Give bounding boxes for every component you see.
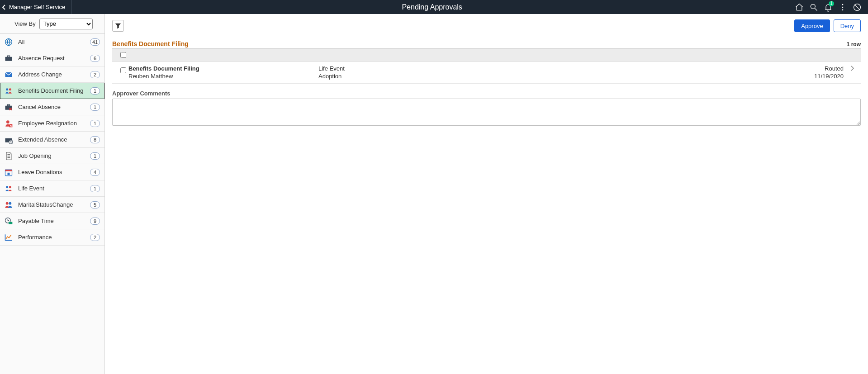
view-by-row: View By Type [0,14,104,34]
row-checkbox[interactable] [120,67,126,73]
svg-point-23 [9,202,11,204]
sidebar-item-all[interactable]: All 41 [0,34,104,50]
row-status: Routed [803,65,844,72]
sidebar-item-count: 1 [90,104,100,111]
svg-point-10 [9,88,11,90]
svg-point-1 [842,4,844,5]
sidebar-item-count: 2 [90,71,100,78]
sidebar-item-count: 1 [90,185,100,192]
toolbar: Approve Deny [112,19,861,32]
sidebar-item-benefits-document-filing[interactable]: Benefits Document Filing 1 [0,83,104,99]
sidebar-item-payable-time[interactable]: Payable Time 9 [0,213,104,229]
sidebar-item-marital-status-change[interactable]: MaritalStatusChange 5 [0,197,104,213]
select-all-checkbox[interactable] [120,52,126,58]
filter-button[interactable] [112,20,124,32]
sidebar-item-performance[interactable]: Performance 2 [0,229,104,246]
sidebar-item-job-opening[interactable]: Job Opening 1 [0,148,104,164]
sidebar-item-label: Leave Donations [18,169,90,175]
svg-point-0 [811,4,815,9]
home-icon[interactable] [792,0,806,14]
row-count: 1 row [847,41,861,47]
sidebar-item-label: All [18,38,90,45]
view-by-label: View By [14,20,36,27]
document-icon [4,151,14,161]
sidebar-item-leave-donations[interactable]: Leave Donations 4 [0,164,104,180]
actions-menu-icon[interactable] [835,0,850,14]
svg-point-3 [842,9,844,10]
notifications-icon[interactable]: 1 [821,0,835,14]
row-primary-cell: Benefits Document Filing Reuben Matthew [128,65,318,80]
row-status-cell: Routed 11/19/2020 [803,65,844,80]
approve-button[interactable]: Approve [794,19,830,32]
back-label: Manager Self Service [9,4,65,10]
section-header: Benefits Document Filing 1 row [112,40,861,49]
svg-rect-19 [8,172,10,175]
row-category: Life Event [318,65,803,72]
sidebar-item-count: 1 [90,152,100,160]
back-button[interactable]: Manager Self Service [0,0,72,14]
table-row[interactable]: Benefits Document Filing Reuben Matthew … [112,62,861,84]
chevron-right-icon [844,65,854,71]
row-title: Benefits Document Filing [128,65,318,72]
sidebar-item-cancel-absence[interactable]: Cancel Absence 1 [0,99,104,115]
sidebar: View By Type All 41 Absence Request 6 [0,14,105,374]
svg-rect-7 [8,56,10,57]
sidebar-item-count: 9 [90,218,100,225]
briefcase-x-icon [4,102,14,112]
people-puzzle-icon [4,86,14,96]
sidebar-item-label: Cancel Absence [18,104,90,110]
view-by-select[interactable]: Type [39,19,93,29]
sidebar-item-label: Life Event [18,185,90,192]
deny-button[interactable]: Deny [834,19,861,32]
svg-rect-6 [5,57,12,61]
sidebar-item-label: Absence Request [18,55,90,62]
person-x-icon [4,118,14,128]
row-date: 11/19/2020 [803,73,844,80]
svg-point-21 [9,186,11,188]
sidebar-item-employee-resignation[interactable]: Employee Resignation 1 [0,115,104,132]
briefcase-icon [4,53,14,63]
sidebar-item-count: 4 [90,169,100,176]
sidebar-item-count: 2 [90,234,100,241]
approver-comments-input[interactable] [112,99,861,126]
search-icon[interactable] [806,0,821,14]
sidebar-item-absence-request[interactable]: Absence Request 6 [0,50,104,66]
chevron-left-icon [2,4,6,10]
table-header-row [112,49,861,62]
nav-icon[interactable] [850,0,864,14]
svg-point-9 [6,88,8,90]
row-category-cell: Life Event Adoption [318,65,803,80]
sidebar-item-extended-absence[interactable]: Extended Absence 8 [0,132,104,148]
sidebar-item-label: Benefits Document Filing [18,87,90,94]
banner-actions: 1 [792,0,868,14]
main-content: Approve Deny Benefits Document Filing 1 … [105,14,868,374]
sidebar-item-count: 1 [90,120,100,127]
globe-icon [4,37,14,47]
page-banner: Manager Self Service Pending Approvals 1 [0,0,868,14]
svg-rect-25 [9,222,12,224]
row-check-cell [119,65,128,75]
svg-point-2 [842,6,844,8]
sidebar-item-label: Address Change [18,71,90,78]
comments-label: Approver Comments [112,90,861,97]
svg-point-22 [6,202,9,204]
notification-badge: 1 [829,1,834,6]
svg-rect-18 [5,170,12,171]
sidebar-item-life-event[interactable]: Life Event 1 [0,180,104,197]
page-title: Pending Approvals [72,0,792,14]
sidebar-item-label: Job Opening [18,152,90,159]
sidebar-item-count: 5 [90,201,100,208]
svg-point-13 [6,120,9,123]
sidebar-item-address-change[interactable]: Address Change 2 [0,66,104,83]
filter-icon [115,23,121,29]
sidebar-item-count: 41 [90,38,100,46]
sidebar-item-label: Employee Resignation [18,120,90,127]
sidebar-item-count: 6 [90,55,100,62]
row-requester: Reuben Matthew [128,73,318,80]
sidebar-item-label: MaritalStatusChange [18,201,90,208]
couple-icon [4,200,14,210]
clock-money-icon [4,216,14,226]
sidebar-nav-list: All 41 Absence Request 6 Address Change … [0,34,104,246]
envelope-icon [4,70,14,80]
svg-point-20 [6,186,8,188]
